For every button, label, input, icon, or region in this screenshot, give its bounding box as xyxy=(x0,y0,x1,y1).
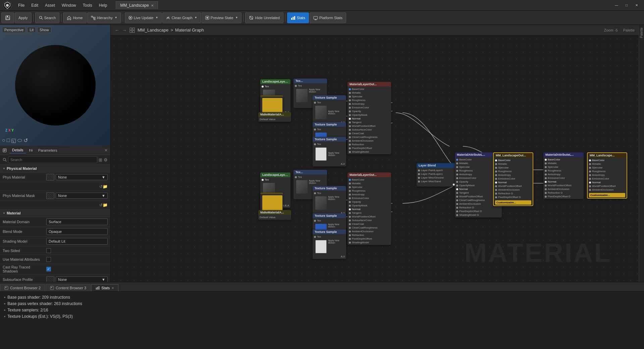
menu-edit[interactable]: Edit xyxy=(28,2,42,9)
cast-ray-row: Cast Ray Traced Shadows xyxy=(0,264,110,275)
gear-icon[interactable]: ⚙ xyxy=(104,157,108,162)
phys-material-mask-dropdown[interactable]: None ▼ xyxy=(56,193,108,199)
material-graph-area[interactable]: ← → MM_Landscape > Material Graph Zoom -… xyxy=(111,25,639,282)
viewport-plane-icon[interactable]: ◱ xyxy=(11,137,16,144)
physical-material-label: Physical Material xyxy=(7,166,37,170)
cast-ray-checkbox[interactable] xyxy=(46,267,51,271)
details-tab[interactable]: Details xyxy=(9,147,26,153)
cast-ray-label: Cast Ray Traced Shadows xyxy=(3,265,46,273)
tab-close-button[interactable]: ✕ xyxy=(151,4,154,7)
blend-mode-select[interactable]: Opaque xyxy=(46,228,108,235)
viewport-toolbar: Perspective Lit Show xyxy=(2,27,51,33)
stats-item-2: • Base pass vertex shader: 263 instructi… xyxy=(4,301,640,307)
phys-material-mask-row: Phys Material Mask None ▼ xyxy=(0,191,110,201)
node-make-material-attr-2[interactable]: MakeMaterialA... Default Value xyxy=(258,210,291,220)
viewport-cube-icon[interactable]: □ xyxy=(7,137,10,144)
phys-material-reset-icon[interactable]: ↺ xyxy=(99,184,103,189)
svg-rect-32 xyxy=(132,31,135,33)
lit-button[interactable]: Lit xyxy=(27,27,36,33)
material-domain-label: Material Domain xyxy=(3,220,46,224)
two-sided-checkbox[interactable] xyxy=(46,248,51,253)
show-button[interactable]: Show xyxy=(37,27,51,33)
menu-window[interactable]: Window xyxy=(58,2,79,9)
stats-tab-close[interactable]: ✕ xyxy=(111,286,114,290)
node-far-right-output[interactable]: MM_Landscape... BaseColor Metallic Specu… xyxy=(587,152,627,199)
svg-point-14 xyxy=(206,17,208,18)
preview-state-button[interactable]: Preview State ▼ xyxy=(202,12,242,23)
phys-material-icons-row: ↺ 📁 xyxy=(0,182,110,191)
perspective-button[interactable]: Perspective xyxy=(2,27,26,33)
stats-tab[interactable]: Stats ✕ xyxy=(91,284,118,291)
menu-help[interactable]: Help xyxy=(96,2,111,9)
grid-icon[interactable]: ⊞ xyxy=(99,157,102,162)
details-panel: Details Parameters ✕ ⊞ ⚙ ▼ Physical Mate… xyxy=(0,146,110,282)
live-update-button[interactable]: Live Update ▼ xyxy=(125,12,162,23)
editor-tab[interactable]: MM_Landscape ✕ xyxy=(116,1,158,9)
viewport-sphere-icon[interactable]: ○ xyxy=(2,137,5,144)
graph-canvas[interactable]: LandscapeLayerC... Tex UV Apply New Moti… xyxy=(111,36,639,282)
palette-button[interactable]: Palette xyxy=(623,28,635,32)
stats-tab-icon xyxy=(96,286,100,290)
material-section[interactable]: ▼ Material xyxy=(0,209,110,217)
platform-stats-button[interactable]: Platform Stats xyxy=(310,12,346,23)
menu-asset[interactable]: Asset xyxy=(42,2,58,9)
material-preview-viewport[interactable]: Perspective Lit Show Z X Y ○ □ ◱ ⬭ ↺ xyxy=(0,25,111,146)
node-mm-landscape-output[interactable]: MM_LandscapeOut... BaseColor Metallic Sp… xyxy=(493,152,533,206)
stats-item-1: • Base pass shader: 209 instructions xyxy=(4,294,640,301)
material-domain-select[interactable]: Surface xyxy=(46,218,108,225)
node-material-attrs-far-right[interactable]: MaterialAttributeL... BaseColor Metallic… xyxy=(543,152,584,199)
search-button[interactable]: Search xyxy=(35,12,60,23)
node-texture-sample-2[interactable]: Texture Sample Tex Apply New Motion A,0 xyxy=(313,95,346,125)
hide-unrelated-button[interactable]: Hide Unrelated xyxy=(245,12,283,23)
close-button[interactable]: ✕ xyxy=(632,2,641,9)
apply-button[interactable]: Apply xyxy=(15,12,32,23)
parameters-tab[interactable]: Parameters xyxy=(36,147,60,153)
node-material-layer-output[interactable]: MaterialLayerOut... BaseColor Metallic S… xyxy=(347,82,391,154)
subsurface-dropdown[interactable]: None ▼ xyxy=(56,277,108,282)
svg-rect-9 xyxy=(94,19,95,20)
back-button[interactable]: ← xyxy=(115,28,119,33)
minimize-button[interactable]: — xyxy=(612,2,621,9)
node-material-layer-output-2[interactable]: MaterialLayerOut... BaseColor Metallic S… xyxy=(347,172,391,245)
phys-material-row: Phys Material None ▼ xyxy=(0,172,110,182)
viewport-cylinder-icon[interactable]: ⬭ xyxy=(17,137,22,144)
menu-tools[interactable]: Tools xyxy=(79,2,96,9)
node-texture-sample-8[interactable]: Texture Sample Tex Apply New Motion A,0 xyxy=(313,230,346,259)
palette-sidebar: Palette xyxy=(639,25,644,282)
viewport-reset-icon[interactable]: ↺ xyxy=(23,137,28,144)
maximize-button[interactable]: □ xyxy=(622,2,631,9)
node-make-material-attr-top[interactable]: MakeMaterialA... Default Value xyxy=(258,112,291,122)
breadcrumb-root[interactable]: MM_Landscape xyxy=(138,28,169,33)
stats-button[interactable]: Stats xyxy=(287,12,309,23)
use-material-attrs-checkbox[interactable] xyxy=(46,257,51,262)
blend-mode-value: Opaque xyxy=(46,228,108,235)
details-close-button[interactable]: ✕ xyxy=(104,148,108,153)
menu-file[interactable]: File xyxy=(15,2,28,9)
shading-model-value: Default Lit xyxy=(46,238,108,245)
physical-material-section[interactable]: ▼ Physical Material xyxy=(0,165,110,172)
material-section-arrow: ▼ xyxy=(3,212,5,215)
forward-button[interactable]: → xyxy=(122,28,127,33)
home-button[interactable]: Home xyxy=(63,12,86,23)
use-material-attrs-value xyxy=(46,257,108,262)
node-texture-sample-4[interactable]: Texture Sample Tex Apply New Motion A,0 xyxy=(313,137,346,166)
hierarchy-button[interactable]: Hierarchy ▼ xyxy=(87,12,121,23)
save-icon-button[interactable] xyxy=(1,12,14,23)
phys-material-browse-icon[interactable]: 📁 xyxy=(103,184,108,189)
content-area: Perspective Lit Show Z X Y ○ □ ◱ ⬭ ↺ xyxy=(0,25,644,282)
phys-material-dropdown[interactable]: None ▼ xyxy=(56,174,108,180)
content-browser-2-tab[interactable]: Content Browser 2 xyxy=(0,284,45,291)
left-panel: Perspective Lit Show Z X Y ○ □ ◱ ⬭ ↺ xyxy=(0,25,111,282)
details-search-input[interactable] xyxy=(8,156,97,163)
phys-mask-reset-icon[interactable]: ↺ xyxy=(99,203,103,207)
content-browser-3-tab[interactable]: Content Browser 3 xyxy=(46,284,91,291)
phys-mask-browse-icon[interactable]: 📁 xyxy=(103,203,108,207)
clean-graph-button[interactable]: Clean Graph ▼ xyxy=(162,12,201,23)
palette-label[interactable]: Palette xyxy=(640,26,643,39)
svg-rect-8 xyxy=(94,17,95,18)
node-layer-blend[interactable]: Layer Blend Layer PaintLayer0 Layer Pain… xyxy=(417,163,456,187)
node-texture-sample-6[interactable]: Texture Sample Tex Apply New Motion A,0 xyxy=(313,186,346,215)
svg-rect-4 xyxy=(6,18,9,19)
shading-model-select[interactable]: Default Lit xyxy=(46,238,108,245)
svg-rect-34 xyxy=(5,287,6,288)
